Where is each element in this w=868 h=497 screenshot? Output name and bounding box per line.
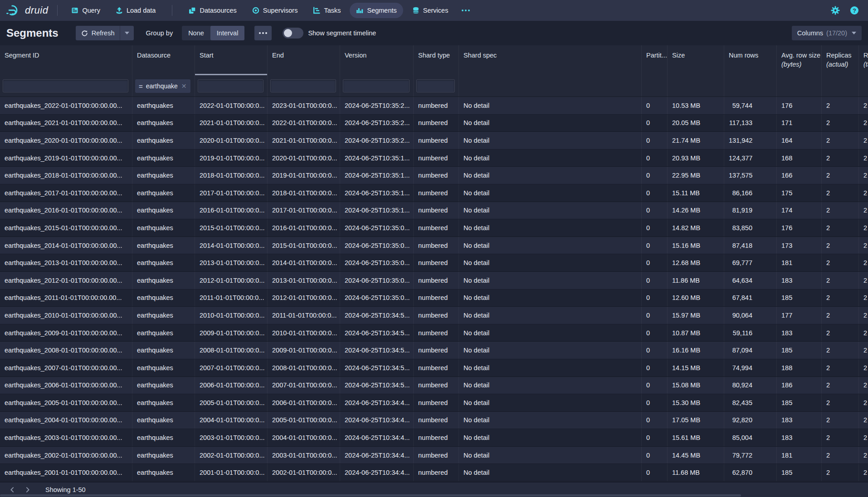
cell-version: 2024-06-25T10:34:4... (340, 447, 414, 464)
column-header-start[interactable]: Start (195, 45, 268, 75)
nav-tab-tasks[interactable]: Tasks (307, 3, 347, 18)
cell-avg-row-size: 185 (777, 290, 822, 307)
cell-num-rows: 85,004 (724, 429, 777, 446)
cell-size: 20.05 MB (668, 115, 724, 132)
cell-num-rows: 83,850 (724, 219, 777, 236)
column-header-replication-factor[interactable]: Replication factor(target) (859, 45, 868, 75)
nav-tab-services[interactable]: Services (406, 3, 455, 18)
gear-icon[interactable] (831, 6, 840, 15)
druid-logo[interactable]: druid (6, 3, 48, 18)
column-header-num-rows[interactable]: Num rows (724, 45, 777, 75)
cell-size: 12.68 MB (668, 254, 724, 271)
cell-replicas: 2 (822, 272, 859, 289)
table-header-row: Segment ID Datasource Start End Version … (0, 45, 868, 75)
column-header-segment-id[interactable]: Segment ID (0, 45, 132, 75)
cell-shard-type: numbered (414, 359, 459, 376)
refresh-options-button[interactable] (120, 26, 134, 40)
version-filter-input[interactable] (343, 79, 410, 92)
cell-shard-spec: No detail (459, 324, 642, 342)
cell-replication-factor: 2 (859, 150, 868, 167)
shard-type-filter-input[interactable] (416, 79, 455, 92)
cell-shard-type: numbered (414, 219, 459, 236)
group-by-label: Group by (146, 29, 173, 37)
column-header-size[interactable]: Size (668, 45, 724, 75)
cell-segment-id: earthquakes_2007-01-01T00:00:00.00... (0, 359, 132, 376)
close-icon[interactable]: ✕ (181, 82, 187, 90)
cell-shard-type: numbered (414, 150, 459, 167)
help-icon[interactable]: ? (850, 6, 859, 15)
nav-tab-query[interactable]: Query (65, 3, 107, 18)
end-filter-input[interactable] (270, 79, 336, 92)
cell-avg-row-size: 181 (777, 447, 822, 464)
column-header-shard-spec[interactable]: Shard spec (459, 45, 642, 75)
refresh-split-button: Refresh (76, 26, 134, 40)
app-name: druid (25, 5, 48, 16)
cell-num-rows: 74,994 (724, 359, 777, 376)
table-filter-row: = earthquake ✕ (0, 75, 868, 97)
nav-tab-load-data[interactable]: Load data (109, 3, 162, 18)
table-row: earthquakes_2001-01-01T00:00:00.00...ear… (0, 464, 868, 482)
cell-size: 21.74 MB (668, 132, 724, 149)
cell-replication-factor: 2 (859, 97, 868, 114)
column-header-version[interactable]: Version (340, 45, 414, 75)
column-header-shard-type[interactable]: Shard type (414, 45, 459, 75)
column-header-partition[interactable]: Partit... (642, 45, 668, 75)
group-by-none-button[interactable]: None (182, 26, 210, 40)
cell-num-rows: 80,924 (724, 377, 777, 394)
cell-shard-spec: No detail (459, 202, 642, 219)
cell-avg-row-size: 168 (777, 150, 822, 167)
nav-tab-label: Supervisors (263, 7, 298, 14)
horizontal-scrollbar[interactable] (0, 494, 741, 497)
cell-datasource: earthquakes (132, 429, 195, 446)
cell-partition: 0 (642, 219, 668, 236)
more-options-button[interactable] (254, 26, 272, 40)
columns-count: (17/20) (826, 29, 847, 37)
column-header-end[interactable]: End (268, 45, 340, 75)
cell-num-rows: 59,116 (724, 324, 777, 342)
cell-replicas: 2 (822, 359, 859, 376)
nav-tab-supervisors[interactable]: Supervisors (246, 3, 304, 18)
cell-shard-type: numbered (414, 464, 459, 481)
nav-overflow-button[interactable] (457, 3, 474, 18)
column-header-replicas[interactable]: Replicas(actual) (822, 45, 859, 75)
nav-tab-segments[interactable]: Segments (350, 3, 403, 18)
cell-shard-spec: No detail (459, 254, 642, 271)
group-by-interval-button[interactable]: Interval (210, 26, 245, 40)
cell-start: 2010-01-01T00:00:0... (195, 307, 268, 324)
cell-end: 2014-01-01T00:00:0... (268, 254, 340, 271)
cell-size: 15.30 MB (668, 394, 724, 411)
cell-shard-spec: No detail (459, 464, 642, 481)
column-header-avg-row-size[interactable]: Avg. row size(bytes) (777, 45, 822, 75)
cell-replication-factor: 2 (859, 254, 868, 271)
segment-id-filter-input[interactable] (3, 79, 128, 92)
table-row: earthquakes_2019-01-01T00:00:00.00...ear… (0, 150, 868, 167)
cell-avg-row-size: 186 (777, 377, 822, 394)
cell-partition: 0 (642, 342, 668, 359)
segment-timeline-toggle[interactable]: Show segment timeline (283, 28, 376, 39)
refresh-button[interactable]: Refresh (76, 26, 120, 40)
nav-tab-datasources[interactable]: Datasources (182, 3, 243, 18)
cell-datasource: earthquakes (132, 464, 195, 481)
refresh-icon (81, 30, 88, 37)
cell-start: 2007-01-01T00:00:0... (195, 359, 268, 376)
cell-datasource: earthquakes (132, 167, 195, 184)
cell-version: 2024-06-25T10:35:1... (340, 184, 414, 202)
cell-num-rows: 137,575 (724, 167, 777, 184)
view-toolbar: Segments Refresh Group by None Interval … (0, 21, 868, 45)
nav-tab-label: Services (423, 7, 449, 14)
toggle-switch[interactable] (283, 28, 303, 39)
cell-avg-row-size: 171 (777, 115, 822, 132)
cell-datasource: earthquakes (132, 412, 195, 429)
cell-version: 2024-06-25T10:34:5... (340, 307, 414, 324)
columns-button[interactable]: Columns (17/20) (792, 26, 862, 40)
start-filter-input[interactable] (198, 79, 263, 92)
cell-replication-factor: 2 (859, 324, 868, 342)
cell-end: 2019-01-01T00:00:0... (268, 167, 340, 184)
nav-tab-label: Segments (367, 7, 396, 14)
datasource-filter-chip[interactable]: = earthquake ✕ (135, 79, 190, 93)
cell-shard-spec: No detail (459, 307, 642, 324)
divider (172, 5, 172, 16)
cell-datasource: earthquakes (132, 97, 195, 114)
cell-num-rows: 117,133 (724, 115, 777, 132)
column-header-datasource[interactable]: Datasource (132, 45, 195, 75)
